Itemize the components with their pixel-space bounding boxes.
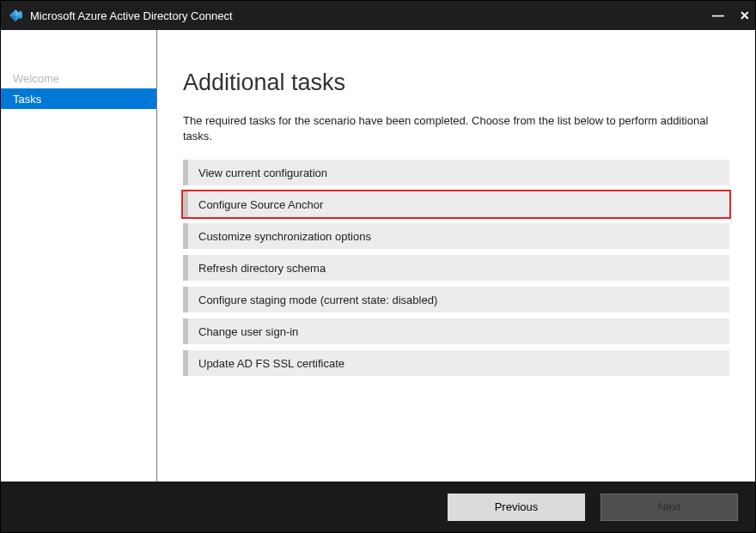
close-icon[interactable]: ✕ [740, 9, 750, 22]
minimize-icon[interactable]: — [712, 9, 724, 22]
task-list: View current configuration Configure Sou… [183, 160, 729, 376]
svg-marker-4 [9, 15, 15, 21]
sidebar: Welcome Tasks [1, 30, 157, 482]
sidebar-item-tasks[interactable]: Tasks [1, 88, 156, 109]
task-customize-sync[interactable]: Customize synchronization options [183, 223, 729, 249]
page-description: The required tasks for the scenario have… [183, 113, 729, 144]
window-title: Microsoft Azure Active Directory Connect [30, 9, 233, 22]
footer: Previous Next [1, 482, 755, 532]
task-label: Change user sign-in [198, 325, 298, 338]
task-label: Customize synchronization options [198, 230, 371, 243]
main-panel: Additional tasks The required tasks for … [157, 30, 755, 482]
window-controls: — ✕ [712, 1, 750, 30]
task-label: View current configuration [198, 167, 327, 179]
app-icon [8, 8, 23, 23]
content-area: Welcome Tasks Additional tasks The requi… [1, 30, 755, 482]
task-label: Configure staging mode (current state: d… [198, 294, 437, 306]
previous-button[interactable]: Previous [448, 494, 585, 521]
sidebar-item-label: Tasks [13, 93, 41, 106]
task-update-ssl[interactable]: Update AD FS SSL certificate [183, 350, 729, 376]
sidebar-item-label: Welcome [13, 72, 59, 85]
task-label: Configure Source Anchor [198, 198, 323, 211]
task-view-config[interactable]: View current configuration [183, 160, 729, 185]
task-label: Refresh directory schema [198, 262, 326, 275]
button-label: Previous [495, 500, 539, 513]
button-label: Next [658, 500, 681, 513]
page-title: Additional tasks [183, 70, 729, 96]
task-configure-source-anchor[interactable]: Configure Source Anchor [183, 191, 729, 217]
task-staging-mode[interactable]: Configure staging mode (current state: d… [183, 287, 729, 312]
next-button: Next [601, 494, 738, 521]
task-label: Update AD FS SSL certificate [198, 357, 344, 370]
task-change-signin[interactable]: Change user sign-in [183, 318, 729, 344]
titlebar: Microsoft Azure Active Directory Connect… [1, 1, 755, 30]
task-refresh-schema[interactable]: Refresh directory schema [183, 255, 729, 281]
sidebar-item-welcome[interactable]: Welcome [1, 68, 156, 88]
